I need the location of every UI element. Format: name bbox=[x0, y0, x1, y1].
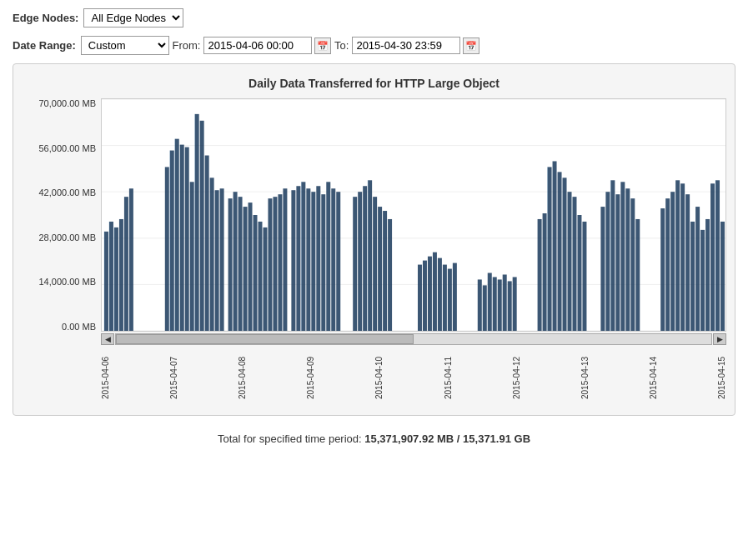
svg-rect-69 bbox=[513, 277, 517, 331]
x-label-10: 2015-04-15 bbox=[717, 348, 726, 407]
from-label: From: bbox=[172, 39, 200, 52]
from-date-input[interactable] bbox=[203, 37, 312, 54]
scrollbar-row: ◀ ▶ bbox=[101, 333, 726, 345]
y-label-6: 70,000.00 MB bbox=[39, 98, 97, 108]
total-label: Total for specified time period: bbox=[218, 432, 362, 445]
svg-rect-71 bbox=[543, 213, 547, 331]
svg-rect-91 bbox=[675, 180, 680, 331]
svg-rect-32 bbox=[268, 198, 272, 331]
svg-rect-28 bbox=[248, 202, 253, 331]
svg-rect-36 bbox=[291, 190, 295, 331]
svg-rect-85 bbox=[625, 188, 630, 331]
svg-rect-6 bbox=[104, 232, 108, 331]
svg-rect-65 bbox=[493, 277, 497, 331]
svg-rect-37 bbox=[296, 186, 300, 331]
svg-rect-25 bbox=[233, 192, 238, 331]
edge-nodes-select[interactable]: All Edge NodesEdge Node 1Edge Node 2 bbox=[83, 8, 183, 28]
scrollbar-track[interactable] bbox=[115, 333, 712, 345]
svg-rect-61 bbox=[453, 263, 457, 331]
svg-rect-20 bbox=[205, 156, 209, 331]
svg-rect-43 bbox=[326, 182, 330, 331]
svg-rect-63 bbox=[483, 285, 487, 331]
chart-area: 70,000.00 MB 56,000.00 MB 42,000.00 MB 2… bbox=[22, 98, 726, 407]
svg-rect-7 bbox=[109, 222, 113, 331]
svg-rect-29 bbox=[254, 215, 258, 331]
svg-rect-86 bbox=[630, 198, 635, 331]
svg-rect-77 bbox=[572, 197, 576, 331]
svg-rect-49 bbox=[368, 180, 372, 331]
edge-nodes-label: Edge Nodes: bbox=[13, 12, 78, 24]
svg-rect-75 bbox=[563, 178, 567, 331]
svg-rect-83 bbox=[615, 194, 620, 331]
svg-rect-67 bbox=[503, 274, 507, 331]
svg-rect-99 bbox=[715, 180, 720, 331]
svg-rect-98 bbox=[710, 183, 715, 331]
svg-rect-33 bbox=[273, 197, 277, 331]
svg-rect-10 bbox=[124, 197, 128, 331]
svg-rect-48 bbox=[363, 186, 367, 331]
svg-rect-39 bbox=[306, 188, 310, 331]
svg-rect-22 bbox=[215, 190, 219, 331]
date-range-label: Date Range: bbox=[13, 39, 76, 52]
svg-rect-23 bbox=[220, 188, 224, 331]
svg-rect-17 bbox=[190, 182, 194, 331]
svg-rect-64 bbox=[488, 273, 492, 332]
svg-rect-72 bbox=[548, 167, 552, 331]
svg-rect-47 bbox=[358, 192, 362, 331]
chart-plot bbox=[101, 98, 726, 332]
svg-rect-13 bbox=[170, 151, 174, 331]
y-label-5: 56,000.00 MB bbox=[39, 143, 97, 153]
svg-rect-80 bbox=[600, 207, 605, 331]
svg-rect-44 bbox=[331, 188, 335, 331]
x-label-4: 2015-04-09 bbox=[306, 348, 315, 407]
x-label-5: 2015-04-10 bbox=[374, 348, 384, 407]
svg-rect-27 bbox=[243, 207, 248, 331]
svg-rect-55 bbox=[423, 261, 427, 331]
svg-rect-79 bbox=[582, 222, 586, 331]
svg-rect-56 bbox=[428, 257, 432, 331]
svg-rect-82 bbox=[610, 180, 615, 331]
edge-nodes-row: Edge Nodes: All Edge NodesEdge Node 1Edg… bbox=[13, 8, 735, 28]
svg-rect-94 bbox=[690, 222, 695, 331]
scroll-right-arrow[interactable]: ▶ bbox=[713, 333, 726, 345]
date-range-row: Date Range: CustomLast 7 DaysLast 30 Day… bbox=[13, 36, 735, 55]
svg-rect-100 bbox=[720, 222, 725, 331]
to-date-input[interactable] bbox=[352, 37, 460, 54]
chart-inner: ◀ ▶ 2015-04-06 2015-04-07 2015-04-08 201… bbox=[101, 98, 726, 407]
scroll-left-arrow[interactable]: ◀ bbox=[101, 333, 114, 345]
svg-rect-46 bbox=[353, 197, 357, 331]
x-label-6: 2015-04-11 bbox=[444, 348, 453, 407]
svg-rect-16 bbox=[185, 148, 189, 331]
chart-title: Daily Data Transferred for HTTP Large Ob… bbox=[22, 77, 726, 90]
date-range-select[interactable]: CustomLast 7 DaysLast 30 DaysLast Month bbox=[81, 36, 169, 55]
svg-rect-62 bbox=[478, 279, 482, 331]
y-label-4: 42,000.00 MB bbox=[39, 188, 97, 198]
x-label-7: 2015-04-12 bbox=[512, 348, 521, 407]
x-label-9: 2015-04-14 bbox=[649, 348, 658, 407]
x-label-2: 2015-04-07 bbox=[169, 348, 178, 407]
svg-rect-35 bbox=[283, 188, 287, 331]
y-axis: 70,000.00 MB 56,000.00 MB 42,000.00 MB 2… bbox=[22, 98, 101, 332]
svg-rect-12 bbox=[165, 167, 169, 331]
bar-group bbox=[104, 114, 725, 331]
total-row: Total for specified time period: 15,371,… bbox=[13, 432, 735, 445]
svg-rect-73 bbox=[553, 161, 557, 331]
chart-svg bbox=[102, 99, 725, 331]
to-calendar-icon[interactable]: 📅 bbox=[463, 38, 479, 54]
svg-rect-96 bbox=[700, 230, 705, 331]
from-calendar-icon[interactable]: 📅 bbox=[314, 38, 331, 54]
svg-rect-42 bbox=[321, 194, 325, 331]
scrollbar-thumb[interactable] bbox=[116, 334, 414, 344]
svg-rect-14 bbox=[175, 139, 179, 331]
svg-rect-26 bbox=[238, 197, 243, 331]
svg-rect-41 bbox=[316, 186, 320, 331]
svg-rect-51 bbox=[378, 207, 382, 331]
svg-rect-34 bbox=[278, 194, 282, 331]
svg-rect-93 bbox=[685, 194, 690, 331]
svg-rect-92 bbox=[680, 183, 685, 331]
svg-rect-31 bbox=[263, 228, 267, 331]
svg-rect-9 bbox=[119, 219, 123, 331]
svg-rect-95 bbox=[695, 207, 700, 331]
svg-rect-89 bbox=[665, 198, 670, 331]
svg-rect-24 bbox=[228, 198, 233, 331]
